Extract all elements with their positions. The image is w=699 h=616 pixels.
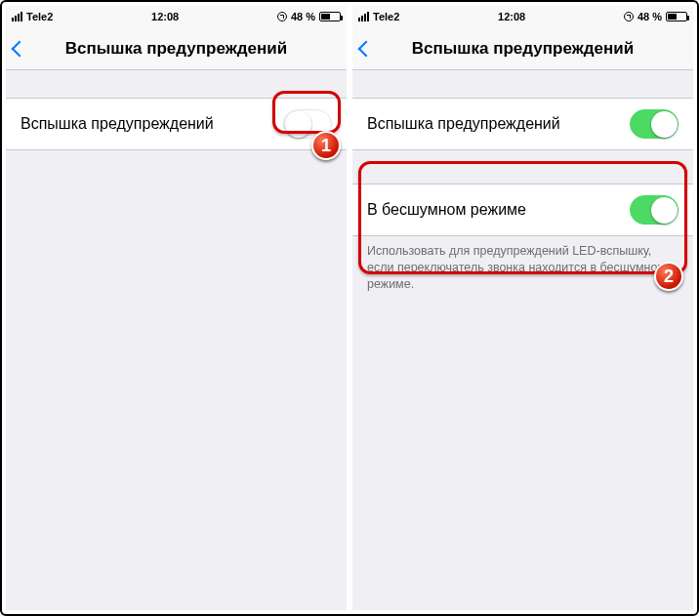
- back-button[interactable]: [360, 27, 372, 69]
- status-bar: Tele2 12:08 48 %: [6, 6, 347, 27]
- battery-icon: [666, 12, 687, 21]
- carrier-label: Tele2: [373, 11, 399, 22]
- alarm-icon: [624, 12, 634, 21]
- status-bar: Tele2 12:08 48 %: [352, 6, 693, 27]
- signal-bars-icon: [358, 12, 369, 21]
- toggle-flash-alerts[interactable]: [630, 109, 678, 139]
- status-left: Tele2: [358, 11, 399, 22]
- screenshot-pair: Tele2 12:08 48 % Вспышка предупреждений …: [0, 0, 699, 616]
- status-left: Tele2: [12, 11, 53, 22]
- status-time: 12:08: [498, 11, 525, 22]
- status-time: 12:08: [151, 11, 179, 22]
- row-label: Вспышка предупреждений: [367, 115, 560, 133]
- status-right: 48 %: [624, 11, 687, 22]
- signal-bars-icon: [12, 12, 22, 21]
- nav-bar: Вспышка предупреждений: [6, 27, 347, 70]
- row-flash-alerts[interactable]: Вспышка предупреждений: [352, 98, 693, 150]
- phone-right: Tele2 12:08 48 % Вспышка предупреждений …: [352, 6, 693, 610]
- toggle-silent-mode[interactable]: [630, 195, 678, 225]
- row-label: В бесшумном режиме: [367, 201, 526, 219]
- settings-content: Вспышка предупреждений В бесшумном режим…: [352, 70, 693, 610]
- phone-left: Tele2 12:08 48 % Вспышка предупреждений …: [6, 6, 347, 610]
- alarm-icon: [277, 12, 287, 21]
- status-right: 48 %: [277, 11, 341, 22]
- battery-pct: 48 %: [291, 11, 315, 22]
- row-silent-mode[interactable]: В бесшумном режиме: [352, 184, 693, 236]
- page-title: Вспышка предупреждений: [412, 39, 634, 59]
- battery-pct: 48 %: [637, 11, 662, 22]
- section-footer: Использовать для предупреждений LED-вспы…: [352, 236, 693, 293]
- battery-icon: [319, 12, 341, 21]
- chevron-left-icon: [12, 40, 28, 57]
- carrier-label: Tele2: [26, 11, 53, 22]
- row-flash-alerts[interactable]: Вспышка предупреждений: [6, 98, 347, 150]
- toggle-flash-alerts[interactable]: [283, 109, 332, 139]
- nav-bar: Вспышка предупреждений: [352, 27, 693, 70]
- back-button[interactable]: [14, 27, 25, 69]
- settings-content: Вспышка предупреждений: [6, 70, 347, 610]
- page-title: Вспышка предупреждений: [65, 39, 287, 59]
- row-label: Вспышка предупреждений: [21, 115, 214, 133]
- chevron-left-icon: [358, 40, 375, 57]
